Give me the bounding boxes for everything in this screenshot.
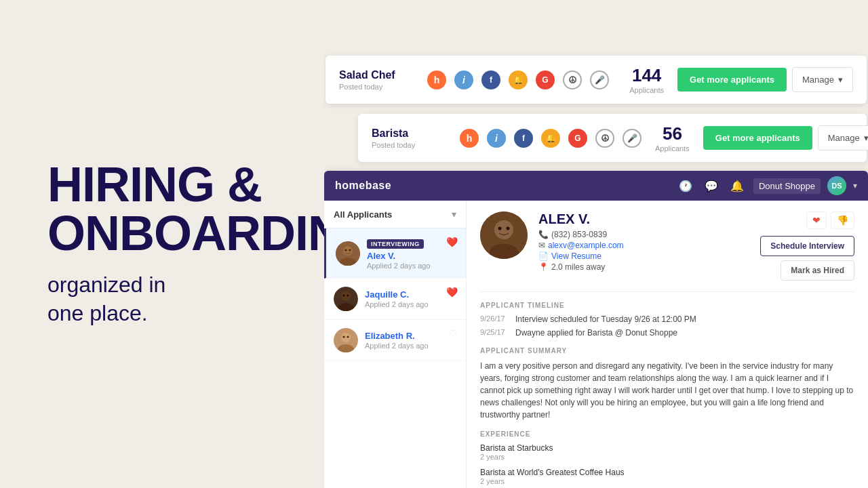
right-section: Salad Chef Posted today h i f 🔔 G ☮ 🎤 14… — [324, 0, 868, 488]
location-icon: 📍 — [538, 262, 549, 272]
chat-nav-icon[interactable]: 💬 — [702, 177, 721, 195]
applicants-count-1: 144 Applicants — [629, 65, 664, 94]
clock-nav-icon[interactable]: 🕐 — [676, 177, 695, 195]
bell-icon: 🔔 — [509, 70, 528, 89]
timeline-section-title: APPLICANT TIMELINE — [480, 302, 854, 309]
facebook-icon: f — [481, 70, 500, 89]
svg-point-3 — [345, 249, 347, 251]
job-title-1: Salad Chef Posted today — [339, 69, 407, 91]
job-icons-1: h i f 🔔 G ☮ 🎤 — [427, 70, 616, 89]
peace-icon-2: ☮ — [595, 129, 614, 148]
rating-buttons: ❤ 👎 — [806, 211, 854, 229]
applicants-header: All Applicants ▾ — [324, 201, 466, 228]
get-applicants-btn-1[interactable]: Get more applicants — [677, 68, 787, 92]
applicants-count-2: 56 Applicants — [655, 123, 690, 152]
heart-icon-alex: ❤️ — [446, 237, 458, 247]
heart-icon-jaquille: ❤️ — [446, 287, 458, 298]
bell-nav-icon[interactable]: 🔔 — [728, 177, 747, 195]
mic-icon: 🎤 — [590, 70, 609, 89]
headline: HIRING &ONBOARDING — [47, 160, 292, 258]
applicant-item-alex[interactable]: INTERVIEWING Alex V. Applied 2 days ago … — [324, 228, 466, 279]
detail-phone: 📞 (832) 853-0839 — [538, 230, 760, 239]
schedule-interview-button[interactable]: Schedule Interview — [760, 236, 854, 256]
phone-icon: 📞 — [538, 230, 549, 239]
job-card-1: Salad Chef Posted today h i f 🔔 G ☮ 🎤 14… — [326, 56, 867, 104]
bell-icon-2: 🔔 — [541, 129, 560, 148]
applicants-panel: All Applicants ▾ — [324, 201, 467, 488]
filter-icon[interactable]: ▾ — [452, 209, 456, 220]
avatar-jaquille — [334, 287, 358, 311]
user-avatar[interactable]: DS — [827, 176, 846, 195]
avatar-alex — [336, 241, 360, 266]
detail-email: ✉ alexv@example.com — [538, 241, 760, 250]
avatar-elizabeth — [334, 328, 358, 352]
app-panel: homebase 🕐 💬 🔔 Donut Shoppe DS ▾ All App… — [324, 171, 868, 488]
detail-distance: 📍 2.0 miles away — [538, 262, 760, 272]
svg-point-6 — [341, 291, 351, 301]
timeline-entry-1: 9/26/17 Interview scheduled for Tuesday … — [480, 314, 854, 324]
svg-point-18 — [498, 227, 502, 230]
manage-btn-2[interactable]: Manage ▾ — [818, 125, 868, 150]
job-icons-2: h i f 🔔 G ☮ 🎤 — [460, 129, 642, 148]
timeline: 9/26/17 Interview scheduled for Tuesday … — [480, 314, 854, 338]
app-logo: homebase — [335, 180, 391, 192]
get-applicants-btn-2[interactable]: Get more applicants — [703, 126, 812, 150]
detail-avatar — [480, 211, 528, 259]
email-icon: ✉ — [538, 241, 545, 250]
peace-icon: ☮ — [563, 70, 582, 89]
store-selector[interactable]: Donut Shoppe — [753, 178, 821, 194]
chevron-icon: ▾ — [838, 75, 843, 85]
indeed-icon: i — [454, 70, 473, 89]
subheadline: organized inone place. — [47, 271, 292, 327]
experience-section-title: EXPERIENCE — [480, 430, 854, 438]
svg-point-9 — [347, 295, 349, 297]
google-icon-2: G — [568, 129, 587, 148]
chevron-icon-2: ▾ — [864, 133, 868, 143]
heart-outline-elizabeth: ♡ — [449, 328, 458, 339]
detail-panel: ALEX V. 📞 (832) 853-0839 ✉ alexv@example… — [467, 201, 868, 488]
h-icon-2: h — [460, 129, 479, 148]
exp-2: Barista at World's Greatest Coffee Haus … — [480, 468, 854, 485]
exp-1: Barista at Starbucks 2 years — [480, 443, 854, 461]
mark-hired-button[interactable]: Mark as Hired — [781, 260, 854, 281]
detail-info: ALEX V. 📞 (832) 853-0839 ✉ alexv@example… — [538, 211, 760, 273]
applicant-info-jaquille: Jaquille C. Applied 2 days ago — [365, 289, 456, 308]
applicant-item-elizabeth[interactable]: Elizabeth R. Applied 2 days ago ♡ — [324, 320, 466, 361]
app-content: All Applicants ▾ — [324, 201, 868, 488]
svg-point-11 — [341, 333, 351, 342]
job-card-2: Barista Posted today h i f 🔔 G ☮ 🎤 56 Ap… — [358, 114, 867, 162]
google-icon: G — [536, 70, 555, 89]
svg-point-8 — [343, 295, 345, 297]
detail-header: ALEX V. 📞 (832) 853-0839 ✉ alexv@example… — [480, 211, 854, 281]
nav-chevron: ▾ — [853, 181, 857, 190]
mic-icon-2: 🎤 — [623, 129, 642, 148]
dislike-button[interactable]: 👎 — [831, 211, 854, 229]
facebook-icon-2: f — [514, 129, 533, 148]
applicant-item-jaquille[interactable]: Jaquille C. Applied 2 days ago ❤️ — [324, 279, 466, 320]
manage-btn-1[interactable]: Manage ▾ — [792, 67, 853, 92]
indeed-icon-2: i — [487, 129, 506, 148]
applicant-info-elizabeth: Elizabeth R. Applied 2 days ago — [365, 331, 456, 350]
svg-point-14 — [347, 336, 349, 338]
app-nav: homebase 🕐 💬 🔔 Donut Shoppe DS ▾ — [324, 171, 868, 201]
job-title-2: Barista Posted today — [372, 127, 439, 149]
svg-point-4 — [349, 249, 351, 251]
svg-point-13 — [343, 336, 345, 338]
svg-point-16 — [494, 220, 513, 239]
like-button[interactable]: ❤ — [806, 211, 827, 229]
summary-section-title: APPLICANT SUMMARY — [480, 347, 854, 354]
h-icon: h — [427, 70, 446, 89]
timeline-entry-2: 9/25/17 Dwayne applied for Barista @ Don… — [480, 328, 854, 338]
left-section: HIRING &ONBOARDING organized inone place… — [0, 0, 332, 488]
summary-text: I am a very positive person and disregar… — [480, 360, 854, 421]
resume-icon: 📄 — [538, 251, 549, 261]
detail-resume: 📄 View Resume — [538, 251, 760, 261]
svg-point-19 — [507, 227, 510, 230]
applicant-info-alex: INTERVIEWING Alex V. Applied 2 days ago — [367, 237, 456, 270]
detail-actions: ❤ 👎 Schedule Interview Mark as Hired — [760, 211, 854, 281]
